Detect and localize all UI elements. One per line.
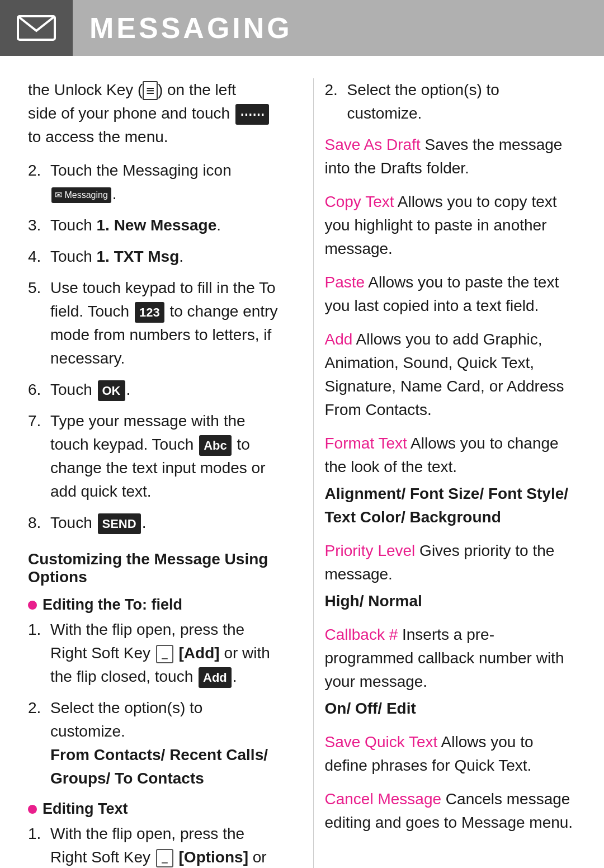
unlock-key-icon: ≡	[143, 81, 157, 100]
badge-123: 123	[135, 302, 164, 323]
option-save-as-draft: Save As Draft Saves the message into the…	[325, 133, 577, 180]
editing-to-head: Editing the To: field	[28, 596, 280, 614]
right-step-2: 2. Select the option(s) to customize.	[325, 78, 577, 125]
step-7: 7. Type your message with the touch keyp…	[28, 409, 280, 503]
option-add: Add Allows you to add Graphic, Animation…	[325, 328, 577, 422]
step-4: 4. Touch 1. TXT Msg.	[28, 245, 280, 268]
step-2: 2. Touch the Messaging icon ✉ Messaging.	[28, 159, 280, 206]
page-title: MESSAGING	[73, 11, 292, 45]
option-save-quick-text: Save Quick Text Allows you to define phr…	[325, 730, 577, 777]
soft-key-icon: ⎯	[156, 645, 173, 663]
bullet-dot-1	[28, 601, 37, 610]
step-5: 5. Use touch keypad to fill in the To fi…	[28, 276, 280, 370]
page-header: MESSAGING	[0, 0, 604, 56]
customizing-head: Customizing the Message Using Options	[28, 550, 280, 586]
option-cancel-message: Cancel Message Cancels message editing a…	[325, 787, 577, 834]
step-6: 6. Touch OK.	[28, 378, 280, 402]
soft-key-icon-2: ⎯	[156, 849, 173, 867]
editing-to-step-2: 2. Select the option(s) to customize. Fr…	[28, 696, 280, 790]
main-content: the Unlock Key (≡) on the left side of y…	[0, 56, 604, 868]
left-column: the Unlock Key (≡) on the left side of y…	[28, 78, 291, 868]
badge-ok: OK	[98, 380, 125, 401]
header-icon-box	[0, 0, 73, 56]
right-column: 2. Select the option(s) to customize. Sa…	[313, 78, 577, 868]
bullet-dot-2	[28, 805, 37, 814]
option-priority-level: Priority Level Gives priority to the mes…	[325, 539, 577, 613]
step-8: 8. Touch SEND.	[28, 511, 280, 535]
badge-abc: Abc	[199, 435, 232, 456]
badge-add: Add	[199, 667, 232, 688]
intro-text: the Unlock Key (≡) on the left side of y…	[28, 78, 280, 149]
badge-send: SEND	[98, 513, 141, 534]
editing-text-step-1: 1. With the flip open, press the Right S…	[28, 822, 280, 868]
option-format-text: Format Text Allows you to change the loo…	[325, 432, 577, 529]
messaging-icon	[17, 14, 56, 42]
option-callback: Callback # Inserts a pre-programmed call…	[325, 623, 577, 720]
option-copy-text: Copy Text Allows you to copy text you hi…	[325, 190, 577, 261]
editing-to-step-1: 1. With the flip open, press the Right S…	[28, 618, 280, 688]
messaging-badge: ✉ Messaging	[51, 187, 111, 203]
option-paste: Paste Allows you to paste the text you l…	[325, 271, 577, 318]
editing-text-head: Editing Text	[28, 800, 280, 818]
menu-dots-badge: ⋯⋯	[235, 104, 269, 125]
step-3: 3. Touch 1. New Message.	[28, 214, 280, 237]
